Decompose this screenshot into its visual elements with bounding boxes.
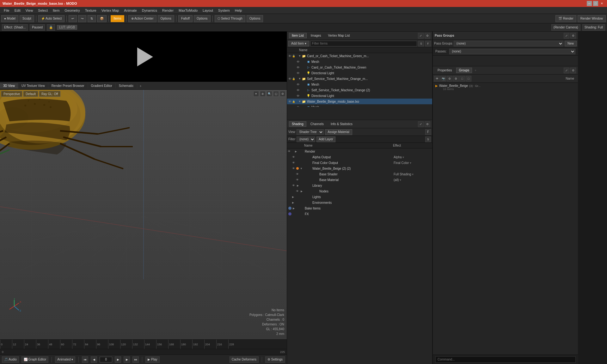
auto-select-button[interactable]: ⚡ Auto Select: [38, 15, 64, 22]
tab-gradient-editor[interactable]: Gradient Editor: [88, 83, 116, 88]
maximize-button[interactable]: □: [593, 1, 598, 6]
lock-icon[interactable]: 🔒: [292, 77, 295, 80]
tab-info-stats[interactable]: Info & Statistics: [328, 121, 355, 127]
vp-tool-4[interactable]: ◱: [273, 91, 279, 97]
minimize-button[interactable]: ─: [587, 1, 592, 6]
shader-row-environments[interactable]: ▶ Environments: [287, 200, 432, 205]
shading-button[interactable]: Shading: Full: [582, 24, 605, 31]
vis-icon[interactable]: 👁: [292, 155, 295, 159]
audio-button[interactable]: 🎵 Audio: [2, 356, 19, 363]
menu-system[interactable]: System: [216, 8, 232, 13]
vis-icon[interactable]: 👁: [288, 150, 291, 153]
pass-groups-expand[interactable]: ⤢: [564, 33, 569, 39]
shader-row-fx[interactable]: FX: [287, 211, 432, 217]
shader-row-nodes[interactable]: 👁 ▶ Nodes: [287, 188, 432, 194]
visibility-icon[interactable]: 👁: [297, 83, 300, 86]
vp-tool-2[interactable]: ⊕: [260, 91, 266, 97]
tree-item-card-folder[interactable]: 👁 🔒 ▼ 📁 Card_or_Cash_Ticket_Machine_Gree…: [287, 53, 432, 59]
select-options-button[interactable]: Options: [247, 15, 263, 22]
prop-camera-button[interactable]: 📷: [440, 76, 446, 82]
shader-row-library[interactable]: 👁 ▶ Library: [287, 183, 432, 188]
default-button[interactable]: Default: [23, 91, 38, 97]
vis-icon[interactable]: 👁: [292, 161, 295, 164]
items-button[interactable]: Items: [111, 15, 124, 22]
properties-expand[interactable]: ⤢: [564, 68, 569, 73]
mirror-button[interactable]: ⇅: [88, 15, 96, 22]
tree-item-beetle-mesh1[interactable]: 👁 ◼ Mesh: [287, 104, 432, 107]
render-button[interactable]: 🎬 Render: [555, 15, 576, 22]
tree-item-self-mesh[interactable]: 👁 ▷ Self_Service_Ticket_Machine_Orange (…: [287, 87, 432, 93]
menu-texture[interactable]: Texture: [83, 8, 99, 13]
shader-row-final-color[interactable]: 👁 Final Color Output Final Color ▾: [287, 160, 432, 166]
timeline-ruler[interactable]: 0 12 24 36 48 60 72 84 96 108 120 132 14…: [0, 340, 287, 349]
tree-item-mesh2[interactable]: 👁 ◼ Mesh: [287, 82, 432, 87]
tab-uv-texture[interactable]: UV Texture View: [18, 83, 48, 88]
tab-images[interactable]: Images: [308, 33, 324, 38]
command-input[interactable]: [435, 356, 576, 363]
menu-maxtomodo[interactable]: MaxToModo: [176, 8, 200, 13]
close-button[interactable]: ✕: [599, 1, 604, 6]
properties-settings[interactable]: ⚙: [570, 68, 576, 73]
tree-arrow[interactable]: ▼: [298, 54, 302, 58]
prev-frame-button[interactable]: ◀: [91, 356, 97, 363]
passes-select[interactable]: (none): [449, 49, 575, 54]
effect-button[interactable]: Effect: (Shadi...: [2, 24, 28, 31]
expand-arrow[interactable]: ▶: [295, 150, 297, 153]
shader-row-beetle-mat[interactable]: 👁 ▼ Water_Beetle_Beige (2) (2): [287, 166, 432, 171]
shader-row-bake[interactable]: ▶ Bake Items: [287, 205, 432, 211]
tab-vertex-map-list[interactable]: Vertex Map List: [325, 33, 353, 38]
f-button[interactable]: F: [425, 41, 431, 46]
tab-groups[interactable]: Groups: [456, 68, 472, 73]
action-options-button[interactable]: Options: [158, 15, 174, 22]
menu-dynamics[interactable]: Dynamics: [139, 8, 160, 13]
menu-select[interactable]: Select: [35, 8, 50, 13]
tab-item-list[interactable]: Item List: [289, 33, 307, 38]
visibility-icon[interactable]: 👁: [288, 77, 291, 81]
add-layer-button[interactable]: Add Layer: [316, 136, 335, 142]
shader-row-base-shader[interactable]: 👁 Base Shader Full Shading ▾: [287, 171, 432, 177]
menu-geometry[interactable]: Geometry: [62, 8, 82, 13]
menu-animate[interactable]: Animate: [121, 8, 139, 13]
play-button[interactable]: ▶: [115, 356, 121, 363]
visibility-icon[interactable]: 👁: [288, 100, 291, 103]
s-button[interactable]: S: [418, 41, 424, 46]
tree-item-self-folder[interactable]: 👁 🔒 ▼ 📁 Self_Service_Ticket_Machine_Oran…: [287, 76, 432, 82]
shader-row-alpha[interactable]: 👁 Alpha Output Alpha ▾: [287, 154, 432, 160]
tab-shading[interactable]: Shading: [289, 121, 306, 127]
properties-plus[interactable]: +: [475, 69, 476, 72]
panel-expand-button[interactable]: ⤢: [418, 33, 424, 39]
next-frame-button[interactable]: ▶: [124, 356, 130, 363]
vp-tool-1[interactable]: ✦: [253, 91, 259, 97]
play-anim-button[interactable]: ▶ Play: [145, 356, 159, 363]
shading-settings-button[interactable]: ⚙: [425, 121, 430, 127]
prop-eye-button[interactable]: 👁: [434, 76, 440, 82]
visibility-icon[interactable]: 👁: [297, 66, 300, 69]
shader-row-render[interactable]: 👁 ▶ Render: [287, 149, 432, 154]
visibility-icon[interactable]: 👁: [297, 94, 300, 98]
visibility-icon[interactable]: 👁: [297, 106, 300, 107]
pass-groups-select[interactable]: (none): [454, 41, 563, 46]
pause-lock-button[interactable]: 🔒: [47, 24, 55, 31]
tree-item-beetle-folder[interactable]: 👁 🔒 ▼ 📁 Water_Beetle_Beige_modo_base.lxo: [287, 99, 432, 104]
menu-layout[interactable]: Layout: [200, 8, 216, 13]
menu-help[interactable]: Help: [232, 8, 245, 13]
tab-render-preset[interactable]: Render Preset Browser: [48, 83, 88, 88]
panel-settings-button[interactable]: ⚙: [425, 33, 430, 39]
pass-groups-settings[interactable]: ⚙: [570, 33, 576, 39]
prop-checkbox-2[interactable]: □: [466, 76, 471, 82]
prev-key-button[interactable]: ⏮: [82, 356, 88, 363]
lock-icon[interactable]: 🔒: [292, 55, 295, 58]
ray-gl-button[interactable]: Ray GL: Off: [39, 91, 60, 97]
prop-settings-1-button[interactable]: ⚙: [447, 76, 452, 82]
graph-editor-button[interactable]: 📈 Graph Editor: [21, 356, 48, 363]
tab-3d-view[interactable]: 3D View: [0, 83, 18, 88]
rotate-right-button[interactable]: ↪: [78, 15, 86, 22]
tab-properties[interactable]: Properties: [435, 68, 455, 73]
filter-items-input[interactable]: [310, 41, 417, 46]
render-play-button[interactable]: [134, 47, 153, 66]
paused-button[interactable]: Paused: [30, 24, 45, 31]
new-pass-group-button[interactable]: New: [565, 41, 577, 46]
animated-button[interactable]: Animated ▾: [55, 356, 75, 363]
falloff-button[interactable]: Falloff: [178, 15, 193, 22]
shader-row-lights[interactable]: ▶ Lights: [287, 194, 432, 200]
